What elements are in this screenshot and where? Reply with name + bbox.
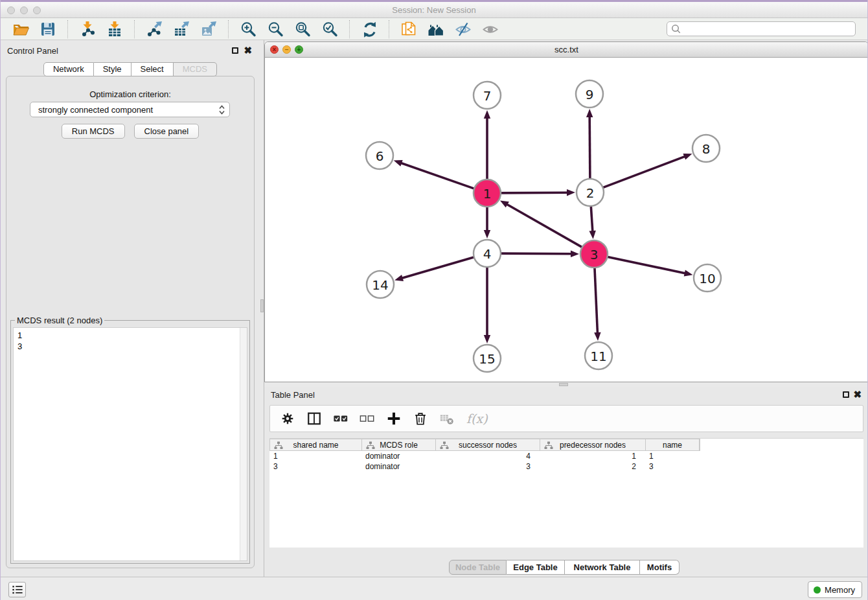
- tab-network[interactable]: Network: [43, 62, 94, 76]
- graph-node-2[interactable]: 2: [577, 179, 604, 206]
- table-cell[interactable]: 3: [435, 461, 540, 472]
- task-history-button[interactable]: [8, 582, 26, 597]
- node-label: 3: [590, 247, 599, 262]
- splitter-handle[interactable]: [559, 383, 568, 386]
- edge-4-14[interactable]: [402, 257, 476, 279]
- search-box[interactable]: [667, 21, 856, 36]
- graph-node-14[interactable]: 14: [367, 271, 394, 298]
- tab-select[interactable]: Select: [131, 62, 174, 76]
- graph-node-7[interactable]: 7: [474, 82, 501, 109]
- table-row[interactable]: 3dominator323: [269, 461, 863, 472]
- horizontal-splitter[interactable]: [264, 382, 868, 387]
- column-header-predecessor-nodes[interactable]: predecessor nodes: [540, 439, 646, 450]
- edge-2-9[interactable]: [589, 116, 590, 181]
- tab-mcds[interactable]: MCDS: [174, 62, 217, 76]
- zoom-out-button[interactable]: [266, 19, 285, 39]
- network-canvas[interactable]: 7968124314101511: [265, 58, 868, 382]
- edge-3-1[interactable]: [507, 204, 584, 248]
- column-header-shared-name[interactable]: shared name: [270, 439, 362, 450]
- save-session-button[interactable]: [38, 19, 58, 39]
- select-all-rows-button[interactable]: [332, 410, 349, 427]
- table-cell[interactable]: 3: [645, 461, 699, 472]
- close-panel-button[interactable]: Close panel: [134, 124, 200, 139]
- toggle-columns-button[interactable]: [306, 410, 323, 427]
- run-mcds-button[interactable]: Run MCDS: [62, 124, 125, 139]
- tab-edge-table[interactable]: Edge Table: [507, 560, 565, 575]
- column-label: successor nodes: [459, 441, 517, 450]
- vertical-splitter[interactable]: [260, 40, 264, 577]
- memory-button[interactable]: Memory: [808, 581, 862, 598]
- close-panel-icon[interactable]: ✖: [244, 47, 252, 54]
- table-row[interactable]: 1dominator411: [269, 451, 863, 461]
- home-button[interactable]: [426, 19, 446, 39]
- tab-style[interactable]: Style: [94, 62, 131, 76]
- delete-column-button[interactable]: [412, 410, 429, 427]
- graph-node-6[interactable]: 6: [366, 142, 393, 169]
- toolbar-separator: [389, 20, 389, 38]
- zoom-selected-button[interactable]: [320, 19, 339, 39]
- table-cell[interactable]: 4: [435, 451, 540, 461]
- toolbar-separator: [349, 20, 350, 38]
- mcds-result-textarea[interactable]: 13: [13, 327, 247, 561]
- deselect-all-rows-button[interactable]: [359, 410, 376, 427]
- search-input[interactable]: [681, 23, 855, 35]
- table-cell[interactable]: dominator: [361, 461, 435, 472]
- edge-1-2[interactable]: [499, 192, 568, 193]
- list-icon: [12, 584, 23, 595]
- export-image-button[interactable]: [199, 19, 218, 39]
- graph-node-11[interactable]: 11: [585, 342, 612, 369]
- hide-graphics-details-button[interactable]: [453, 19, 473, 39]
- result-scrollbar[interactable]: [240, 328, 247, 560]
- float-table-panel-icon[interactable]: [843, 391, 849, 398]
- edge-2-8[interactable]: [601, 156, 685, 189]
- network-from-file-button[interactable]: [399, 19, 418, 39]
- table-cell[interactable]: 2: [540, 461, 645, 472]
- edge-3-11[interactable]: [595, 266, 598, 334]
- export-network-button[interactable]: [144, 19, 164, 39]
- chevron-up-down-icon: [218, 104, 225, 115]
- create-column-button[interactable]: [385, 410, 402, 427]
- graph-node-15[interactable]: 15: [474, 345, 501, 372]
- network-window-titlebar: × – + scc.txt: [265, 42, 868, 58]
- table-body: 1dominator4113dominator323: [269, 451, 863, 472]
- table-cell[interactable]: 1: [269, 451, 361, 461]
- graph-node-3[interactable]: 3: [580, 240, 608, 268]
- zoom-in-button[interactable]: [238, 19, 258, 39]
- tab-network-table[interactable]: Network Table: [565, 560, 640, 575]
- graph-node-9[interactable]: 9: [576, 80, 603, 108]
- column-header-MCDS-role[interactable]: MCDS role: [362, 439, 436, 450]
- result-line: 3: [17, 341, 243, 352]
- column-header-name[interactable]: name: [646, 439, 700, 450]
- edge-1-6[interactable]: [400, 163, 476, 189]
- table-cell[interactable]: 1: [540, 451, 645, 461]
- import-network-button[interactable]: [78, 19, 97, 39]
- float-panel-icon[interactable]: [232, 47, 238, 54]
- open-session-button[interactable]: [11, 19, 30, 39]
- trash-icon: [413, 411, 428, 426]
- graph-node-10[interactable]: 10: [694, 264, 721, 292]
- tab-motifs[interactable]: Motifs: [640, 560, 680, 575]
- edge-2-3[interactable]: [591, 204, 593, 232]
- docs-network-icon: [400, 21, 417, 38]
- zoom-fit-button[interactable]: [293, 19, 312, 39]
- export-table-button[interactable]: [172, 19, 191, 39]
- criterion-select[interactable]: strongly connected component: [30, 102, 230, 117]
- table-settings-button[interactable]: [279, 410, 296, 427]
- graph-node-8[interactable]: 8: [692, 135, 720, 162]
- gear-icon: [280, 411, 295, 426]
- table-cell[interactable]: 3: [269, 461, 361, 472]
- graph-node-1[interactable]: 1: [474, 179, 501, 207]
- tab-node-table[interactable]: Node Table: [449, 560, 507, 575]
- splitter-handle[interactable]: [260, 299, 264, 312]
- edge-4-3[interactable]: [499, 253, 572, 254]
- table-cell[interactable]: 1: [645, 451, 699, 461]
- column-header-successor-nodes[interactable]: successor nodes: [436, 439, 540, 450]
- mcds-panel: Optimization criterion: strongly connect…: [6, 76, 255, 568]
- edge-3-10[interactable]: [606, 257, 686, 273]
- close-table-panel-icon[interactable]: ✖: [853, 391, 862, 398]
- graph-node-4[interactable]: 4: [474, 240, 501, 267]
- table-cell[interactable]: dominator: [361, 451, 435, 461]
- apply-layout-button[interactable]: [360, 19, 379, 39]
- import-table-button[interactable]: [105, 19, 124, 39]
- network-graph[interactable]: 7968124314101511: [265, 58, 868, 382]
